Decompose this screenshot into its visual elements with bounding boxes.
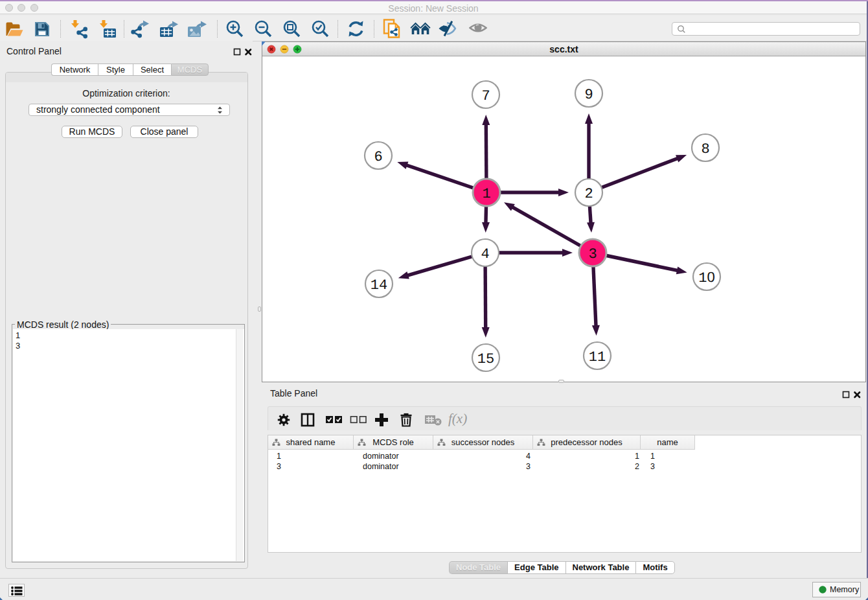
svg-text:8: 8 (701, 141, 709, 157)
svg-text:3: 3 (588, 246, 597, 262)
svg-text:1: 1 (482, 186, 490, 202)
svg-text:7: 7 (481, 88, 490, 104)
svg-text:10: 10 (698, 269, 714, 286)
svg-text:2: 2 (584, 186, 593, 202)
svg-text:11: 11 (589, 349, 606, 365)
svg-text:14: 14 (371, 277, 387, 294)
svg-text:15: 15 (477, 351, 494, 367)
svg-text:6: 6 (374, 149, 382, 165)
svg-text:9: 9 (584, 87, 593, 103)
svg-text:4: 4 (481, 246, 489, 262)
